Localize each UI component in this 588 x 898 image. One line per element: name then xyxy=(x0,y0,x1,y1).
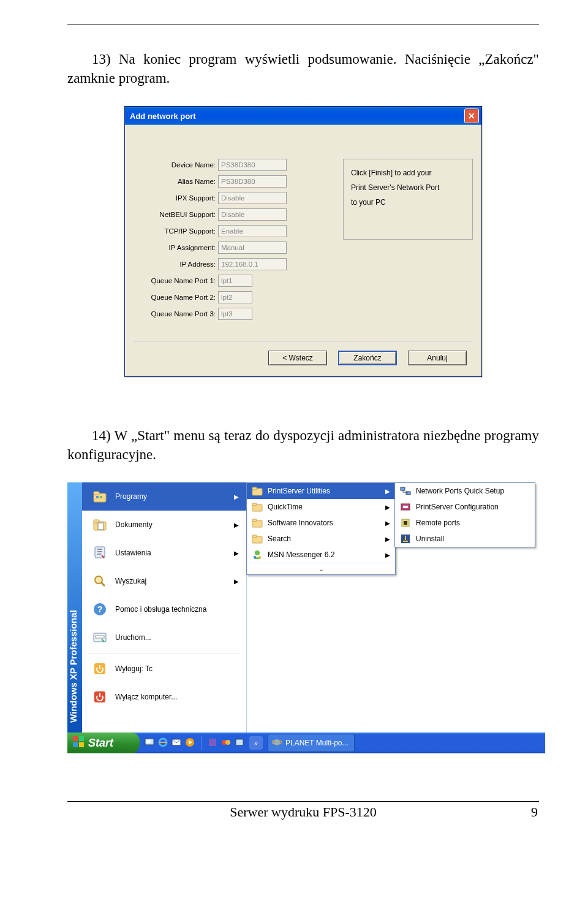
submenu-item-software-innovators[interactable]: Software Innovators ▶ xyxy=(247,515,395,531)
submenu-item-remote-ports[interactable]: Remote ports xyxy=(395,515,535,531)
sidebar-item-programy[interactable]: Programy ▶ xyxy=(82,482,246,511)
q1-label: Queue Name Port 1: xyxy=(134,277,218,284)
arrow-right-icon: ▶ xyxy=(234,493,239,500)
ql-app2-icon[interactable] xyxy=(221,737,231,749)
add-network-port-dialog: Add network port ✕ Device Name: Alias Na… xyxy=(124,106,482,377)
svg-rect-37 xyxy=(73,742,78,747)
start-button[interactable]: Start xyxy=(67,732,140,753)
submenu-printserver-utilities: Network Ports Quick Setup PrintServer Co… xyxy=(394,482,535,547)
arrow-right-icon: ▶ xyxy=(385,488,390,495)
svg-rect-36 xyxy=(79,736,84,741)
submenu-item-label: Search xyxy=(268,535,291,543)
submenu-item-label: PrintServer Configuration xyxy=(416,503,499,511)
dialog-titlebar[interactable]: Add network port ✕ xyxy=(125,107,481,125)
submenu-item-printserver-utilities[interactable]: PrintServer Utilities ▶ xyxy=(247,483,395,499)
arrow-right-icon: ▶ xyxy=(385,536,390,542)
folder-icon xyxy=(251,534,264,544)
q3-field xyxy=(218,308,252,320)
logoff-icon xyxy=(91,661,109,676)
ql-app3-icon[interactable] xyxy=(235,737,244,749)
menu-divider xyxy=(88,653,240,653)
cancel-button[interactable]: Anuluj xyxy=(408,351,467,365)
submenu-item-search[interactable]: Search ▶ xyxy=(247,531,395,547)
ql-ie-icon[interactable] xyxy=(158,737,168,749)
svg-rect-33 xyxy=(404,521,407,525)
svg-rect-18 xyxy=(252,487,257,490)
sidebar-item-label: Ustawienia xyxy=(115,549,151,557)
svg-rect-20 xyxy=(252,503,257,506)
sidebar-item-pomoc[interactable]: ? Pomoc i obsługa techniczna xyxy=(82,595,246,623)
dialog-title: Add network port xyxy=(130,112,464,121)
svg-rect-35 xyxy=(73,736,78,741)
finish-button[interactable]: Zakończ xyxy=(338,351,397,365)
device-name-field xyxy=(218,159,287,171)
svg-text:?: ? xyxy=(97,604,103,614)
svg-rect-38 xyxy=(79,742,84,747)
sidebar-item-wylacz[interactable]: Wyłącz komputer... xyxy=(82,683,246,711)
svg-rect-24 xyxy=(252,535,257,538)
ql-desktop-icon[interactable] xyxy=(145,737,154,749)
ipx-field xyxy=(218,192,287,204)
footer-page-number: 9 xyxy=(531,804,538,820)
ip-assign-label: IP Assignment: xyxy=(134,244,218,251)
submenu-item-psc[interactable]: PrintServer Configuration xyxy=(395,499,535,515)
ql-wmp-icon[interactable] xyxy=(185,737,195,749)
submenu-item-msn[interactable]: MSN Messenger 6.2 ▶ xyxy=(247,547,395,563)
msn-icon xyxy=(251,549,264,560)
xp-vertical-bar: Windows XP Professional xyxy=(67,482,82,732)
dialog-info-box: Click [Finish] to add your Print Server'… xyxy=(343,159,473,240)
start-menu-left-column: Programy ▶ Dokumenty ▶ Ustawienia ▶ Wysz… xyxy=(82,482,247,732)
svg-line-10 xyxy=(101,582,105,586)
alias-name-label: Alias Name: xyxy=(134,178,218,185)
search-icon xyxy=(91,574,109,588)
sidebar-item-wyszukaj[interactable]: Wyszukaj ▶ xyxy=(82,567,246,595)
ql-app-icon[interactable] xyxy=(208,737,217,749)
submenu-item-uninstall[interactable]: Uninstall xyxy=(395,531,535,547)
sidebar-item-label: Wyloguj: Tc xyxy=(115,664,153,673)
paragraph-13: 13) Na koniec program wyświetli podsumow… xyxy=(67,50,539,88)
uninstall-icon xyxy=(399,533,412,544)
sidebar-item-uruchom[interactable]: Uruchom... xyxy=(82,623,246,652)
sidebar-item-label: Programy xyxy=(115,492,147,501)
close-icon[interactable]: ✕ xyxy=(464,108,479,123)
svg-rect-2 xyxy=(94,492,99,495)
paragraph-14: 14) W „Start" menu są teraz do dyspozycj… xyxy=(67,426,539,464)
start-button-label: Start xyxy=(88,737,113,750)
svg-rect-28 xyxy=(401,487,405,490)
config-icon xyxy=(399,501,412,512)
ipx-label: IPX Support: xyxy=(134,194,218,202)
top-rule xyxy=(67,25,539,25)
back-button[interactable]: < Wstecz xyxy=(268,351,327,365)
run-icon xyxy=(91,631,109,644)
dialog-separator xyxy=(134,341,473,342)
svg-point-47 xyxy=(225,740,230,745)
windows-logo-icon xyxy=(72,736,85,751)
ql-oe-icon[interactable] xyxy=(172,737,181,749)
folder-icon xyxy=(251,518,264,528)
svg-rect-14 xyxy=(96,636,104,638)
svg-rect-3 xyxy=(96,496,99,498)
submenu-item-npqs[interactable]: Network Ports Quick Setup xyxy=(395,483,535,499)
svg-rect-48 xyxy=(236,739,243,745)
taskbar-item-planet[interactable]: PLANET Multi-po... xyxy=(268,734,355,752)
documents-icon xyxy=(91,518,109,531)
ip-addr-field xyxy=(218,258,287,270)
sidebar-item-label: Pomoc i obsługa techniczna xyxy=(115,605,206,614)
sidebar-item-ustawienia[interactable]: Ustawienia ▶ xyxy=(82,539,246,567)
chevron-down-icon[interactable]: ⌄ xyxy=(247,563,395,574)
arrow-right-icon: ▶ xyxy=(385,504,390,511)
taskbar-item-label: PLANET Multi-po... xyxy=(285,739,348,747)
sidebar-item-dokumenty[interactable]: Dokumenty ▶ xyxy=(82,511,246,539)
netbeui-field xyxy=(218,208,287,221)
ip-assign-field xyxy=(218,242,287,254)
tcpip-field xyxy=(218,225,287,237)
taskbar-chevron-icon[interactable]: » xyxy=(249,736,263,750)
sidebar-item-wyloguj[interactable]: Wyloguj: Tc xyxy=(82,655,246,683)
submenu-item-quicktime[interactable]: QuickTime ▶ xyxy=(247,499,395,515)
q3-label: Queue Name Port 3: xyxy=(134,310,218,318)
submenu-item-label: Remote ports xyxy=(416,519,460,527)
sidebar-item-label: Dokumenty xyxy=(115,520,153,529)
svg-rect-31 xyxy=(403,506,408,508)
q1-field xyxy=(218,275,252,287)
programs-icon xyxy=(91,490,109,503)
